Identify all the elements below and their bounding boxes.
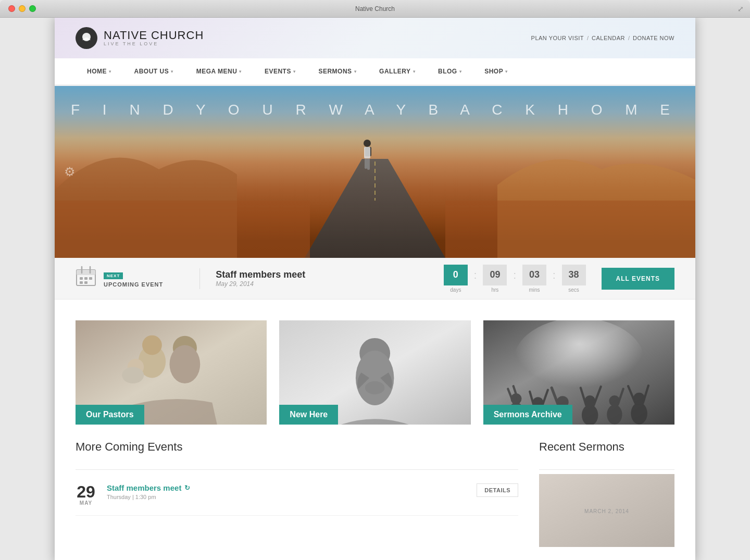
logo-name: NATIVE CHURCH bbox=[104, 29, 204, 42]
event-info: Staff members meet ↻ Thursday | 1:30 pm bbox=[107, 483, 466, 500]
event-title-link[interactable]: Staff members meet ↻ bbox=[107, 483, 466, 492]
event-calendar-info: NEXT UPCOMING EVENT bbox=[76, 266, 163, 291]
svg-point-6 bbox=[364, 140, 371, 147]
calendar-icon bbox=[76, 266, 96, 291]
pastors-card[interactable]: Our Pastors bbox=[76, 320, 267, 425]
calendar-svg bbox=[76, 266, 96, 287]
window-title: Native Church bbox=[355, 5, 395, 13]
event-name: Staff members meet bbox=[216, 269, 444, 280]
nav-events[interactable]: EVENTS ▾ bbox=[253, 58, 307, 84]
svg-rect-17 bbox=[89, 277, 92, 280]
site-container: NATIVE CHURCH LIVE THE LOVE PLAN YOUR VI… bbox=[55, 18, 695, 560]
chevron-down-icon: ▾ bbox=[354, 69, 357, 74]
event-date: May 29, 2014 bbox=[216, 280, 444, 288]
days-value: 0 bbox=[444, 265, 468, 285]
svg-rect-15 bbox=[80, 277, 83, 280]
hero-section: F I N D Y O U R W A Y B A C K H O M E ⚙ bbox=[55, 86, 695, 258]
countdown-timer: 0 days : 09 hrs : 03 mins : 38 secs bbox=[444, 265, 586, 293]
svg-rect-16 bbox=[84, 277, 88, 280]
svg-point-26 bbox=[170, 345, 201, 383]
new-here-card[interactable]: New Here bbox=[279, 320, 470, 425]
separator2: : bbox=[513, 269, 516, 281]
gear-icon: ⚙ bbox=[64, 165, 76, 179]
svg-point-24 bbox=[122, 367, 144, 383]
svg-point-51 bbox=[631, 403, 647, 425]
svg-rect-19 bbox=[84, 281, 88, 284]
mins-counter: 03 mins bbox=[522, 265, 546, 293]
coming-events-title: More Coming Events bbox=[76, 440, 518, 459]
hrs-label: hrs bbox=[483, 287, 507, 293]
event-time: Thursday | 1:30 pm bbox=[107, 494, 466, 500]
event-details: Staff members meet May 29, 2014 bbox=[216, 269, 444, 288]
calendar-link[interactable]: CALENDAR bbox=[592, 35, 625, 41]
svg-point-48 bbox=[607, 405, 622, 425]
plan-visit-link[interactable]: PLAN YOUR VISIT bbox=[531, 35, 584, 41]
next-badge: NEXT bbox=[104, 272, 123, 279]
details-button[interactable]: DETAILS bbox=[477, 483, 518, 497]
sermon-thumb-svg: MARCH 2, 2014 bbox=[539, 474, 674, 547]
event-day-box: 29 MAY bbox=[76, 483, 96, 506]
nav-about[interactable]: ABOUT US ▾ bbox=[123, 58, 185, 84]
svg-point-30 bbox=[365, 381, 385, 394]
days-counter: 0 days bbox=[444, 265, 468, 293]
nav-home[interactable]: HOME ▾ bbox=[76, 58, 123, 84]
coming-events-section: More Coming Events 29 MAY Staff members … bbox=[76, 440, 518, 547]
nav-sermons[interactable]: SERMONS ▾ bbox=[307, 58, 368, 84]
all-events-button[interactable]: ALL EVENTS bbox=[602, 268, 674, 290]
logo-svg bbox=[79, 31, 94, 45]
svg-point-44 bbox=[582, 405, 598, 425]
chevron-down-icon: ▾ bbox=[239, 69, 242, 74]
main-navigation: HOME ▾ ABOUT US ▾ MEGA MENU ▾ EVENTS ▾ S… bbox=[55, 58, 695, 86]
days-label: days bbox=[444, 287, 468, 293]
svg-point-22 bbox=[142, 335, 162, 355]
close-button[interactable] bbox=[8, 5, 15, 12]
divider bbox=[199, 268, 200, 289]
logo[interactable]: NATIVE CHURCH LIVE THE LOVE bbox=[76, 27, 204, 49]
event-list-item: 29 MAY Staff members meet ↻ Thursday | 1… bbox=[76, 474, 518, 516]
chevron-down-icon: ▾ bbox=[459, 69, 462, 74]
sermons-archive-card[interactable]: Sermons Archive bbox=[483, 320, 674, 425]
mins-value: 03 bbox=[522, 265, 546, 285]
window-titlebar: Native Church ⤢ bbox=[0, 0, 750, 18]
nav-blog[interactable]: BLOG ▾ bbox=[427, 58, 473, 84]
secs-counter: 38 secs bbox=[562, 265, 586, 293]
nav-shop[interactable]: SHOP ▾ bbox=[473, 58, 519, 84]
donate-link[interactable]: DONATE NOW bbox=[633, 35, 674, 41]
nav-mega-menu[interactable]: MEGA MENU ▾ bbox=[185, 58, 253, 84]
bottom-sections: More Coming Events 29 MAY Staff members … bbox=[55, 440, 695, 560]
nav-items: HOME ▾ ABOUT US ▾ MEGA MENU ▾ EVENTS ▾ S… bbox=[76, 58, 519, 84]
event-bar: NEXT UPCOMING EVENT Staff members meet M… bbox=[55, 258, 695, 300]
chevron-down-icon: ▾ bbox=[109, 69, 111, 74]
event-day: 29 bbox=[76, 483, 96, 500]
svg-rect-9 bbox=[365, 158, 367, 169]
svg-point-32 bbox=[513, 320, 644, 405]
nav-gallery[interactable]: GALLERY ▾ bbox=[368, 58, 427, 84]
top-links: PLAN YOUR VISIT / CALENDAR / DONATE NOW bbox=[531, 35, 674, 41]
mins-label: mins bbox=[522, 287, 546, 293]
divider bbox=[76, 469, 518, 470]
chevron-down-icon: ▾ bbox=[413, 69, 416, 74]
separator3: : bbox=[553, 269, 556, 281]
event-title-text: Staff members meet bbox=[107, 483, 181, 492]
minimize-button[interactable] bbox=[19, 5, 26, 12]
resize-icon: ⤢ bbox=[738, 5, 744, 13]
event-label-box: NEXT UPCOMING EVENT bbox=[104, 270, 163, 288]
top-bar: NATIVE CHURCH LIVE THE LOVE PLAN YOUR VI… bbox=[55, 18, 695, 58]
svg-rect-8 bbox=[364, 147, 370, 158]
secs-label: secs bbox=[562, 287, 586, 293]
refresh-icon: ↻ bbox=[184, 484, 190, 492]
recent-sermons-title: Recent Sermons bbox=[539, 440, 674, 459]
new-here-label: New Here bbox=[279, 405, 338, 425]
logo-tagline: LIVE THE LOVE bbox=[104, 42, 204, 47]
chevron-down-icon: ▾ bbox=[505, 69, 508, 74]
svg-rect-5 bbox=[445, 201, 695, 258]
hero-tagline: F I N D Y O U R W A Y B A C K H O M E bbox=[55, 102, 695, 118]
logo-text: NATIVE CHURCH LIVE THE LOVE bbox=[104, 29, 204, 47]
chevron-down-icon: ▾ bbox=[171, 69, 173, 74]
sermon-thumbnail[interactable]: MARCH 2, 2014 bbox=[539, 474, 674, 547]
divider bbox=[539, 469, 674, 470]
maximize-button[interactable] bbox=[29, 5, 36, 12]
svg-rect-10 bbox=[367, 158, 370, 170]
pastors-label: Our Pastors bbox=[76, 405, 144, 425]
event-label: UPCOMING EVENT bbox=[104, 281, 163, 288]
